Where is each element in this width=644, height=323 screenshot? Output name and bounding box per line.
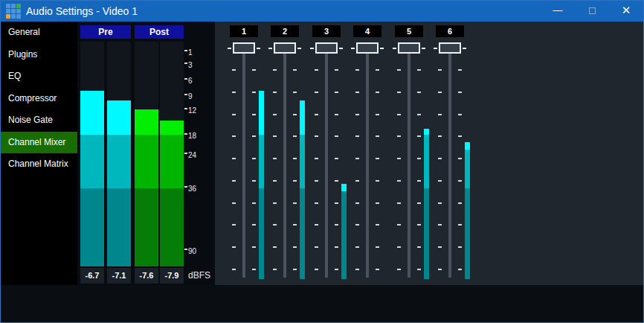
channel-4-slider-track[interactable] bbox=[366, 48, 369, 278]
tick-dash bbox=[184, 133, 187, 135]
handle-dash bbox=[380, 48, 384, 49]
tick-mark bbox=[232, 92, 236, 93]
handle-dash bbox=[297, 48, 301, 49]
tick-mark bbox=[232, 269, 236, 270]
channel-2-meter-segment bbox=[300, 135, 305, 188]
sidebar-item-noise-gate[interactable]: Noise Gate bbox=[1, 109, 77, 132]
meter-segment bbox=[80, 135, 104, 188]
tick-mark bbox=[232, 69, 236, 71]
meter-segment bbox=[107, 135, 131, 188]
logo-square bbox=[16, 14, 21, 19]
tick-mark bbox=[252, 269, 256, 270]
tick-mark bbox=[315, 269, 318, 270]
channel-5-meter-segment bbox=[424, 188, 429, 279]
channel-header-5: 5 bbox=[395, 25, 423, 37]
minimize-button[interactable]: — bbox=[541, 1, 575, 22]
channel-5-slider-track[interactable] bbox=[408, 48, 410, 278]
channel-5-meter-segment bbox=[424, 135, 429, 188]
tick-mark bbox=[397, 135, 401, 137]
tick-dash bbox=[184, 78, 187, 80]
tick-mark bbox=[273, 135, 277, 137]
tick-mark bbox=[438, 135, 442, 137]
tick-mark bbox=[315, 158, 318, 159]
handle-dash bbox=[339, 48, 343, 49]
channel-1-slider-handle[interactable] bbox=[233, 42, 255, 54]
tick-mark bbox=[355, 158, 359, 159]
channel-3-slider-track[interactable] bbox=[325, 48, 328, 278]
sidebar-item-channel-matrix[interactable]: Channel Matrix bbox=[1, 153, 77, 176]
pre-meter-bar-2 bbox=[107, 42, 131, 266]
scale-tick: 18 bbox=[184, 132, 196, 140]
sidebar-item-plugins[interactable]: Plugins bbox=[1, 44, 77, 66]
footer-bar: Close bbox=[1, 285, 643, 322]
tick-mark bbox=[293, 92, 297, 93]
channel-6-slider-handle[interactable] bbox=[439, 42, 461, 54]
channel-header-1: 1 bbox=[230, 25, 258, 37]
tick-mark bbox=[252, 180, 256, 182]
tick-mark bbox=[293, 269, 297, 270]
tick-mark bbox=[376, 180, 379, 182]
settings-sidebar: GeneralPluginsEQCompressorNoise GateChan… bbox=[1, 22, 77, 285]
tick-dash bbox=[184, 249, 187, 250]
tick-mark bbox=[417, 158, 421, 159]
logo-square bbox=[16, 4, 21, 8]
meter-segment bbox=[80, 91, 104, 135]
tick-mark bbox=[438, 69, 442, 71]
handle-dash bbox=[351, 48, 355, 49]
sidebar-item-channel-mixer[interactable]: Channel Mixer bbox=[1, 132, 77, 154]
tick-mark bbox=[458, 269, 462, 270]
channel-2-slider-track[interactable] bbox=[283, 48, 286, 278]
tick-label: 36 bbox=[188, 185, 196, 193]
tick-mark bbox=[335, 135, 338, 137]
tick-mark bbox=[458, 202, 462, 204]
handle-dash bbox=[422, 48, 425, 49]
tick-mark bbox=[315, 92, 318, 93]
channel-3-slider-handle[interactable] bbox=[315, 42, 338, 54]
sidebar-item-general[interactable]: General bbox=[1, 22, 77, 44]
maximize-button bbox=[575, 1, 609, 22]
tick-mark bbox=[252, 69, 256, 71]
handle-dash bbox=[228, 48, 231, 49]
tick-mark bbox=[438, 158, 442, 159]
channel-header-4: 4 bbox=[353, 25, 381, 37]
channel-3-meter-segment bbox=[341, 184, 347, 191]
tick-mark bbox=[232, 158, 236, 159]
tick-mark bbox=[335, 69, 338, 71]
pre-meter-bar-1 bbox=[80, 42, 104, 266]
tick-mark bbox=[232, 135, 236, 137]
level-readout: -7.1 bbox=[107, 268, 131, 284]
handle-dash bbox=[310, 48, 314, 49]
titlebar: Audio Settings - Video 1 — ✕ bbox=[1, 1, 643, 22]
tick-mark bbox=[438, 114, 442, 115]
tick-mark bbox=[417, 135, 421, 137]
channel-1-slider-track[interactable] bbox=[242, 48, 245, 278]
channel-5-slider-handle[interactable] bbox=[398, 42, 420, 54]
handle-dash bbox=[393, 48, 396, 49]
channel-2-slider-handle[interactable] bbox=[274, 42, 296, 54]
dbfs-label: dBFS bbox=[188, 270, 210, 281]
channel-6-slider-track[interactable] bbox=[448, 48, 451, 278]
meter-segment bbox=[160, 121, 184, 135]
tick-mark bbox=[438, 92, 442, 93]
tick-mark bbox=[232, 180, 236, 182]
meter-segment bbox=[135, 188, 158, 266]
tick-dash bbox=[184, 108, 187, 109]
tick-mark bbox=[335, 246, 338, 248]
sidebar-item-eq[interactable]: EQ bbox=[1, 65, 77, 88]
tick-mark bbox=[376, 135, 379, 137]
sidebar-item-compressor[interactable]: Compressor bbox=[1, 88, 77, 110]
tick-mark bbox=[315, 180, 318, 182]
tick-mark bbox=[273, 180, 277, 182]
tick-label: 6 bbox=[188, 77, 193, 85]
tick-mark bbox=[252, 135, 256, 137]
handle-dash bbox=[268, 48, 272, 49]
channel-4-slider-handle[interactable] bbox=[356, 42, 379, 54]
logo-square bbox=[11, 9, 16, 13]
tick-mark bbox=[273, 202, 277, 204]
close-window-button[interactable]: ✕ bbox=[609, 1, 643, 22]
channel-5-meter-segment bbox=[424, 129, 429, 135]
meter-segment bbox=[135, 135, 158, 188]
tick-mark bbox=[273, 269, 277, 270]
tick-mark bbox=[376, 202, 379, 204]
tick-mark bbox=[232, 246, 236, 248]
